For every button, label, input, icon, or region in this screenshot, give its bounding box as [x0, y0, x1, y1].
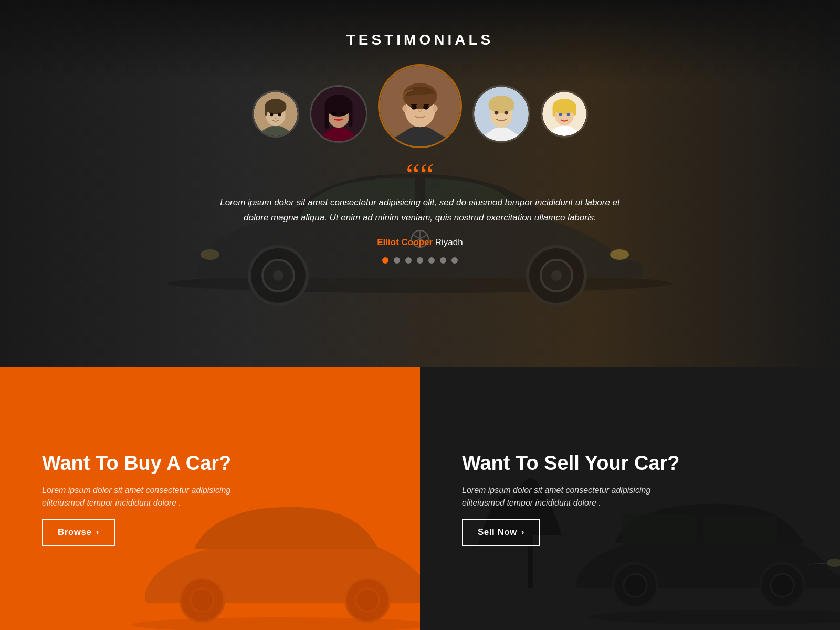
svg-rect-24 — [349, 104, 353, 127]
cta-buy-panel: Want To Buy A Car? Lorem ipsum dolor sit… — [0, 368, 420, 630]
svg-point-30 — [402, 105, 407, 112]
avatar-person4[interactable] — [472, 85, 530, 143]
dot-4[interactable] — [428, 257, 435, 264]
svg-point-32 — [411, 104, 417, 110]
author-city: Riyadh — [435, 237, 463, 247]
dot-6[interactable] — [452, 257, 458, 264]
svg-point-8 — [201, 249, 219, 260]
browse-button[interactable]: Browse › — [42, 519, 115, 546]
dot-1[interactable] — [394, 257, 400, 264]
svg-point-29 — [403, 83, 437, 109]
svg-point-31 — [433, 105, 438, 112]
svg-rect-44 — [553, 106, 556, 117]
buy-heading: Want To Buy A Car? — [42, 452, 378, 475]
svg-point-25 — [332, 111, 337, 116]
browse-arrow-icon: › — [96, 527, 99, 538]
dot-3[interactable] — [417, 257, 423, 264]
browse-button-label: Browse — [58, 527, 91, 538]
sell-now-button[interactable]: Sell Now › — [462, 519, 540, 546]
svg-rect-16 — [265, 106, 267, 116]
buy-description: Lorem ipsum dolor sit amet consectetur a… — [42, 484, 242, 509]
svg-point-6 — [551, 270, 562, 281]
cta-section: Want To Buy A Car? Lorem ipsum dolor sit… — [0, 368, 840, 630]
sell-now-button-label: Sell Now — [478, 527, 517, 538]
svg-point-22 — [325, 94, 353, 117]
svg-point-50 — [191, 589, 214, 612]
avatar-person2[interactable] — [310, 85, 368, 143]
svg-point-19 — [275, 117, 277, 119]
testimonials-section: TESTIMONIALS — [0, 0, 840, 368]
svg-point-43 — [553, 99, 576, 114]
buy-background-car — [126, 452, 420, 630]
svg-point-47 — [567, 113, 570, 116]
svg-point-40 — [505, 111, 509, 115]
avatar-person3-main[interactable] — [378, 64, 462, 148]
dot-5[interactable] — [440, 257, 446, 264]
svg-point-17 — [270, 113, 274, 117]
svg-rect-54 — [622, 514, 696, 543]
testimonial-author: Elliot Cooper Riyadh — [377, 237, 463, 248]
avatar-person1[interactable] — [252, 90, 299, 138]
avatars-row — [252, 64, 588, 148]
dot-2[interactable] — [405, 257, 412, 264]
cta-sell-panel: Want To Sell Your Car? Lorem ipsum dolor… — [420, 368, 840, 630]
svg-point-52 — [356, 589, 379, 612]
svg-point-39 — [495, 111, 499, 115]
svg-point-46 — [559, 113, 562, 116]
svg-rect-23 — [325, 104, 329, 129]
author-name: Elliot Cooper — [377, 237, 433, 247]
sell-now-arrow-icon: › — [521, 527, 524, 538]
svg-point-7 — [610, 249, 629, 260]
testimonials-title: TESTIMONIALS — [346, 32, 494, 48]
svg-point-33 — [423, 104, 429, 110]
svg-point-15 — [265, 99, 286, 114]
svg-rect-55 — [704, 516, 777, 543]
svg-point-57 — [624, 574, 647, 597]
svg-point-59 — [771, 574, 794, 597]
sell-heading: Want To Sell Your Car? — [462, 452, 798, 475]
svg-point-53 — [588, 610, 840, 624]
testimonial-dots — [382, 257, 458, 264]
svg-rect-45 — [573, 106, 576, 116]
testimonial-text: Lorem ipsum dolor sit amet consectetur a… — [210, 195, 630, 226]
svg-point-18 — [278, 113, 281, 117]
dot-0[interactable] — [382, 257, 388, 264]
avatar-person5[interactable] — [541, 90, 588, 138]
svg-point-26 — [341, 111, 345, 116]
quote-mark: ““ — [406, 159, 434, 190]
svg-point-3 — [273, 270, 284, 281]
sell-description: Lorem ipsum dolor sit amet consectetur a… — [462, 484, 662, 509]
